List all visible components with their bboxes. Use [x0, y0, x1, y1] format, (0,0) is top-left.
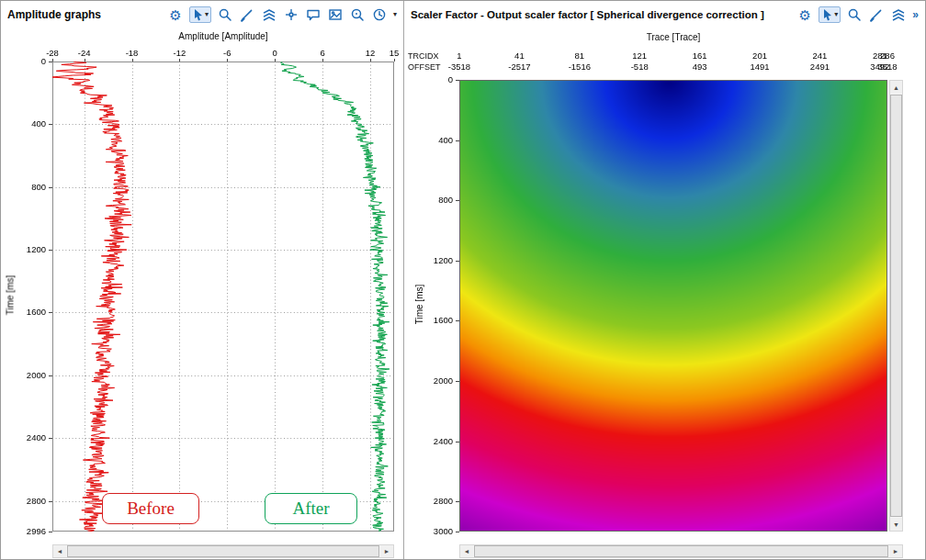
scrollbar-thumb[interactable] [67, 545, 379, 557]
amplitude-axis-title: Amplitude [Amplitude] [52, 31, 394, 41]
scrollbar-track[interactable] [473, 545, 889, 557]
legend-after-label: After [292, 498, 329, 519]
amplitude-chart-canvas[interactable] [1, 28, 403, 545]
caret-down-icon[interactable]: ▾ [205, 11, 209, 18]
draw-icon[interactable] [239, 6, 255, 23]
amplitude-graphs-panel: Amplitude graphs ⚙ ▾ [1, 1, 404, 559]
time-axis-label: Time [ms] [414, 277, 424, 332]
scaler-chart-region: Trace [Trace] TRCIDX OFFSET Time [ms] ▲ … [404, 28, 925, 559]
left-panel-title: Amplitude graphs [7, 8, 101, 21]
export-image-icon[interactable] [327, 6, 344, 23]
select-mode-button[interactable]: ▾ [189, 6, 211, 23]
right-titlebar: Scaler Factor - Output scaler factor [ S… [404, 1, 925, 28]
caret-down-icon[interactable]: ▾ [393, 11, 397, 18]
scroll-right-button[interactable]: ► [380, 545, 393, 557]
application-window: Amplitude graphs ⚙ ▾ [0, 0, 926, 560]
scaler-factor-panel: Scaler Factor - Output scaler factor [ S… [404, 1, 925, 559]
crosshair-icon[interactable] [283, 6, 299, 23]
right-toolbar: ⚙ ▾ » [796, 6, 919, 23]
layers-icon[interactable] [890, 6, 907, 23]
comment-icon[interactable] [305, 6, 322, 23]
left-toolbar: ⚙ ▾ [167, 6, 397, 23]
trcidx-row-label: TRCIDX [408, 51, 439, 61]
toolbar-overflow-icon[interactable]: » [912, 8, 919, 21]
legend-before-label: Before [127, 498, 175, 519]
layers-icon[interactable] [261, 6, 277, 23]
draw-icon[interactable] [868, 6, 885, 23]
right-vertical-scrollbar[interactable]: ▲ ▼ [889, 80, 903, 532]
amplitude-chart-region: Amplitude [Amplitude] Time [ms] Before A… [1, 28, 403, 559]
settings-icon[interactable]: ⚙ [167, 6, 184, 23]
trace-axis-title: Trace [Trace] [459, 32, 887, 42]
scrollbar-track[interactable] [890, 94, 902, 518]
caret-down-icon[interactable]: ▾ [834, 11, 838, 18]
scrollbar-track[interactable] [66, 545, 380, 557]
legend-after: After [265, 493, 357, 524]
scaler-chart-canvas[interactable] [404, 28, 926, 545]
scroll-left-button[interactable]: ◄ [53, 545, 66, 557]
zoom-icon[interactable] [217, 6, 233, 23]
pointer-icon [821, 8, 833, 21]
scroll-left-button[interactable]: ◄ [460, 545, 473, 557]
legend-before: Before [102, 493, 199, 524]
select-mode-button[interactable]: ▾ [819, 6, 841, 23]
time-axis-label: Time [ms] [6, 268, 16, 323]
scroll-down-button[interactable]: ▼ [890, 518, 902, 531]
left-titlebar: Amplitude graphs ⚙ ▾ [1, 1, 403, 28]
scrollbar-thumb[interactable] [890, 95, 902, 517]
zoom-icon[interactable] [846, 6, 863, 23]
zoom-point-icon[interactable] [349, 6, 366, 23]
offset-row-label: OFFSET [408, 62, 441, 72]
right-panel-title: Scaler Factor - Output scaler factor [ S… [411, 9, 764, 20]
scrollbar-thumb[interactable] [474, 545, 888, 557]
pointer-icon [192, 8, 204, 21]
scroll-right-button[interactable]: ► [889, 545, 902, 557]
left-horizontal-scrollbar[interactable]: ◄ ► [52, 544, 394, 558]
scroll-up-button[interactable]: ▲ [890, 81, 902, 94]
right-horizontal-scrollbar[interactable]: ◄ ► [459, 544, 903, 558]
settings-icon[interactable]: ⚙ [796, 6, 813, 23]
gauge-icon[interactable] [371, 6, 388, 23]
